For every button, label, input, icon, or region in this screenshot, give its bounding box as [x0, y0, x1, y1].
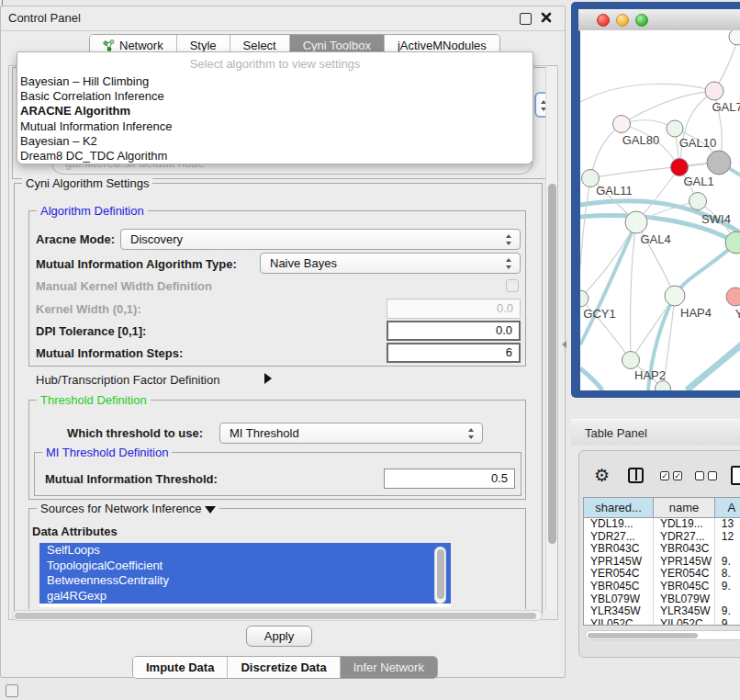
apply-button[interactable]: Apply	[246, 626, 312, 647]
minimize-traffic-light-icon[interactable]	[616, 14, 629, 27]
network-node-gal80[interactable]	[613, 116, 631, 133]
network-node-gal4[interactable]	[625, 211, 647, 233]
network-graph-icon	[103, 40, 115, 51]
network-node[interactable]	[707, 151, 731, 175]
table-row[interactable]: YIL052CYIL052C9	[584, 618, 740, 626]
which-threshold-combo[interactable]: MI Threshold	[219, 423, 483, 444]
network-node-y[interactable]	[726, 288, 740, 306]
algorithm-option-dream8-dc-tdc-algorithm[interactable]: Dream8 DC_TDC Algorithm	[20, 149, 531, 164]
network-node-gal10[interactable]	[667, 120, 683, 137]
network-edge[interactable]	[631, 222, 636, 360]
network-node-gal7[interactable]	[705, 82, 723, 100]
table-cell	[715, 543, 740, 556]
kernel-width-field[interactable]: 0.0	[387, 299, 521, 319]
tab-label: Impute Data	[146, 660, 214, 674]
attribute-item-selfloops[interactable]: SelfLoops	[39, 543, 451, 559]
control-panel-titlebar: Control Panel	[1, 6, 565, 31]
network-window-titlebar[interactable]	[578, 9, 740, 31]
attribute-item-topologicalcoefficient[interactable]: TopologicalCoefficient	[39, 559, 451, 574]
network-node-gal1[interactable]	[671, 159, 689, 176]
node-label-y: Y	[735, 307, 740, 321]
node-table: shared...nameA YDL19...YDL19...13YDR27..…	[583, 497, 740, 626]
table-row[interactable]: YBR045CYBR045C9.	[584, 581, 740, 593]
expand-arrow-icon[interactable]	[264, 373, 272, 384]
mi-threshold-field[interactable]: 0.5	[384, 469, 515, 489]
network-graph: GAL7GAL80GAL10GAL1GAL11SWI4GAL4GCY1HAP4Y…	[580, 30, 740, 390]
attributes-scrollbar-thumb[interactable]	[437, 549, 444, 599]
table-row[interactable]: YER054CYER054C8.	[584, 568, 740, 581]
export-table-icon[interactable]	[731, 466, 740, 485]
table-cell: 13	[715, 518, 740, 531]
column-header-a[interactable]: A	[715, 498, 740, 518]
aracne-mode-value: Discovery	[130, 232, 183, 246]
network-node-hap4[interactable]	[665, 286, 685, 306]
mi-type-combo[interactable]: Naive Bayes	[260, 253, 521, 274]
table-cell: YIL052C	[654, 618, 715, 626]
algorithm-option-bayesian-k2[interactable]: Bayesian – K2	[20, 134, 531, 149]
column-header-shared[interactable]: shared...	[584, 498, 654, 518]
network-edge[interactable]	[580, 222, 636, 344]
network-node[interactable]	[690, 193, 707, 210]
table-row[interactable]: YBR043CYBR043C	[584, 543, 740, 556]
close-icon[interactable]	[540, 11, 553, 24]
settings-vertical-scrollbar[interactable]	[545, 67, 557, 610]
column-header-name[interactable]: name	[654, 498, 715, 518]
table-cell: YBR043C	[654, 543, 715, 556]
table-hscrollbar-thumb[interactable]	[588, 633, 698, 638]
table-cell: YBR045C	[654, 581, 715, 593]
panel-splitter-collapse-icon[interactable]	[562, 341, 566, 348]
network-node-gcy1[interactable]	[580, 290, 589, 307]
network-edge[interactable]	[580, 178, 590, 267]
manual-kernel-checkbox[interactable]	[506, 279, 519, 292]
tab-impute-data[interactable]: Impute Data	[133, 657, 228, 678]
aracne-mode-combo[interactable]: Discovery	[120, 229, 521, 250]
aracne-mode-label: Aracne Mode:	[36, 232, 115, 246]
algorithm-option-aracne-algorithm[interactable]: ARACNE Algorithm	[20, 104, 531, 119]
network-node[interactable]	[729, 30, 740, 45]
table-row[interactable]: YPR145WYPR145W9.	[584, 556, 740, 569]
settings-horizontal-scrollbar[interactable]	[12, 610, 543, 621]
zoom-traffic-light-icon[interactable]	[635, 14, 648, 27]
network-edge[interactable]	[622, 91, 714, 124]
table-row[interactable]: YDR27...YDR27...12	[584, 531, 740, 544]
table-cell: YPR145W	[654, 556, 715, 569]
algorithm-option-mutual-information-inference[interactable]: Mutual Information Inference	[20, 119, 531, 134]
mi-steps-field[interactable]: 6	[387, 343, 521, 363]
deselect-all-icon[interactable]	[695, 471, 717, 480]
gear-icon[interactable]: ⚙	[594, 464, 610, 488]
table-horizontal-scrollbar[interactable]	[585, 630, 740, 640]
tab-discretize-data[interactable]: Discretize Data	[228, 657, 340, 678]
network-node-hap2[interactable]	[622, 352, 640, 369]
settings-vscrollbar-thumb[interactable]	[548, 184, 556, 544]
tab-infer-network[interactable]: Infer Network	[341, 657, 437, 678]
table-rows: YDL19...YDL19...13YDR27...YDR27...12YBR0…	[584, 518, 740, 626]
network-canvas[interactable]: GAL7GAL80GAL10GAL1GAL11SWI4GAL4GCY1HAP4Y…	[580, 30, 740, 390]
table-cell: 9.	[715, 556, 740, 569]
hub-section-label[interactable]: Hub/Transcription Factor Definition	[36, 373, 219, 387]
tab-label: Select	[243, 39, 276, 52]
network-edge[interactable]	[687, 344, 740, 390]
sources-title-text: Sources for Network Inference	[40, 502, 202, 515]
attribute-item-gal4rgexp[interactable]: gal4RGexp	[39, 589, 451, 604]
dpi-tolerance-field[interactable]: 0.0	[387, 321, 521, 341]
network-edge[interactable]	[590, 124, 622, 178]
algorithm-option-bayesian-hill-climbing[interactable]: Bayesian – Hill Climbing	[20, 74, 531, 89]
table-row[interactable]: YBL079WYBL079W	[584, 593, 740, 606]
network-edge[interactable]	[580, 84, 714, 102]
show-columns-icon[interactable]	[628, 468, 644, 483]
network-edge[interactable]	[580, 368, 602, 390]
settings-hscrollbar-thumb[interactable]	[15, 613, 536, 619]
collapsed-panel-icon[interactable]	[6, 684, 18, 697]
close-traffic-light-icon[interactable]	[597, 14, 610, 27]
float-window-icon[interactable]	[520, 13, 532, 25]
attributes-list-scrollbar[interactable]	[434, 547, 446, 604]
data-attributes-label: Data Attributes	[32, 525, 118, 538]
attribute-item-betweennesscentrality[interactable]: BetweennessCentrality	[39, 573, 451, 589]
collapse-arrow-icon[interactable]	[205, 506, 216, 514]
table-row[interactable]: YLR345WYLR345W9.	[584, 605, 740, 618]
algorithm-option-basic-correlation-inference[interactable]: Basic Correlation Inference	[20, 89, 531, 104]
select-all-icon[interactable]: ✓ ✓	[660, 471, 682, 480]
table-cell: 9	[715, 618, 740, 626]
table-row[interactable]: YDL19...YDL19...13	[584, 518, 740, 531]
data-attributes-list[interactable]: SelfLoopsTopologicalCoefficientBetweenne…	[39, 543, 451, 607]
